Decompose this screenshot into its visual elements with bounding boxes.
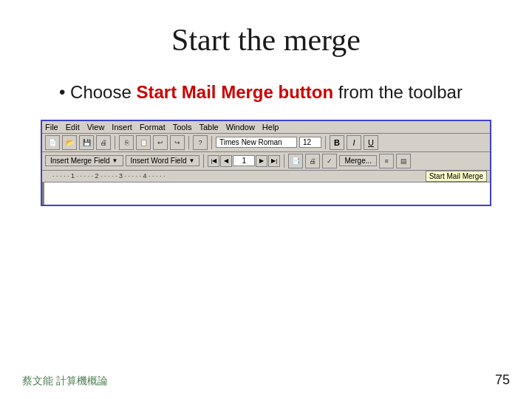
- menu-table[interactable]: Table: [199, 123, 218, 132]
- menu-tools[interactable]: Tools: [173, 123, 192, 132]
- first-record-button[interactable]: |◀: [208, 155, 219, 167]
- ruler: · · · · · 1 · · · · · 2 · · · · · 3 · · …: [42, 171, 490, 183]
- slide-container: Start the merge • Choose Start Mail Merg…: [0, 0, 532, 399]
- word-body[interactable]: [42, 183, 490, 205]
- merge-to-print-button[interactable]: 🖨: [305, 154, 320, 168]
- sep5: [203, 154, 204, 168]
- footer-left-text: 蔡文能 計算機概論: [22, 375, 108, 388]
- ruler-content: · · · · · 1 · · · · · 2 · · · · · 3 · · …: [45, 171, 487, 182]
- word-toolbar2: Insert Merge Field ▼ Insert Word Field ▼…: [42, 152, 490, 171]
- extra-button[interactable]: ≡: [379, 154, 394, 168]
- menu-window[interactable]: Window: [226, 123, 255, 132]
- word-window: File Edit View Insert Format Tools Table…: [41, 120, 491, 206]
- merge-check-button[interactable]: ✓: [322, 154, 337, 168]
- print-button[interactable]: 🖨: [96, 135, 111, 150]
- insert-merge-field-label: Insert Merge Field: [50, 157, 110, 165]
- start-mail-merge-tooltip: Start Mail Merge: [426, 171, 487, 182]
- extra-button2[interactable]: ▤: [396, 154, 411, 168]
- font-name-selector[interactable]: [216, 137, 297, 148]
- merge-button[interactable]: Merge...: [339, 155, 377, 166]
- word-toolbar1: 📄 📂 💾 🖨 ⎘ 📋 ↩ ↪ ? B I U: [42, 134, 490, 152]
- menu-help[interactable]: Help: [262, 123, 279, 132]
- sep4: [325, 136, 326, 149]
- redo-button[interactable]: ↪: [170, 135, 185, 150]
- sep3: [211, 136, 212, 149]
- save-button[interactable]: 💾: [79, 135, 94, 150]
- font-size-selector[interactable]: [299, 137, 321, 148]
- sep6: [284, 154, 284, 168]
- slide-title: Start the merge: [171, 22, 361, 58]
- dropdown-arrow2-icon: ▼: [188, 157, 194, 164]
- insert-merge-field-button[interactable]: Insert Merge Field ▼: [45, 155, 123, 166]
- paste-button[interactable]: 📋: [136, 135, 151, 150]
- bullet-section: • Choose Start Mail Merge button from th…: [44, 80, 488, 105]
- copy-button[interactable]: ⎘: [119, 135, 134, 150]
- dropdown-arrow-icon: ▼: [112, 157, 118, 164]
- last-record-button[interactable]: ▶|: [268, 155, 280, 167]
- word-menubar: File Edit View Insert Format Tools Table…: [42, 121, 490, 134]
- new-button[interactable]: 📄: [45, 135, 60, 150]
- insert-word-field-label: Insert Word Field: [131, 157, 187, 165]
- bullet-suffix: from the toolbar: [333, 82, 463, 102]
- menu-file[interactable]: File: [45, 123, 58, 132]
- footer: 蔡文能 計算機概論 75: [22, 372, 510, 388]
- prev-record-button[interactable]: ◀: [220, 155, 232, 167]
- next-record-button[interactable]: ▶: [256, 155, 267, 167]
- sep1: [115, 136, 115, 149]
- menu-insert[interactable]: Insert: [112, 123, 132, 132]
- italic-button[interactable]: I: [347, 135, 361, 150]
- menu-view[interactable]: View: [87, 123, 105, 132]
- open-button[interactable]: 📂: [62, 135, 77, 150]
- merge-to-doc-button[interactable]: 📑: [288, 154, 303, 168]
- record-number-input[interactable]: [233, 155, 255, 166]
- underline-button[interactable]: U: [364, 135, 378, 150]
- help-button[interactable]: ?: [193, 135, 208, 150]
- bullet-point: • Choose Start Mail Merge button from th…: [59, 80, 488, 105]
- bullet-prefix: • Choose: [59, 82, 136, 102]
- insert-word-field-button[interactable]: Insert Word Field ▼: [126, 155, 200, 166]
- nav-buttons: |◀ ◀ ▶ ▶|: [208, 155, 280, 167]
- undo-button[interactable]: ↩: [153, 135, 168, 150]
- footer-page-number: 75: [495, 372, 510, 388]
- bullet-highlight: Start Mail Merge button: [136, 82, 333, 102]
- sep2: [188, 136, 189, 149]
- menu-edit[interactable]: Edit: [66, 123, 80, 132]
- menu-format[interactable]: Format: [140, 123, 166, 132]
- bold-button[interactable]: B: [330, 135, 344, 150]
